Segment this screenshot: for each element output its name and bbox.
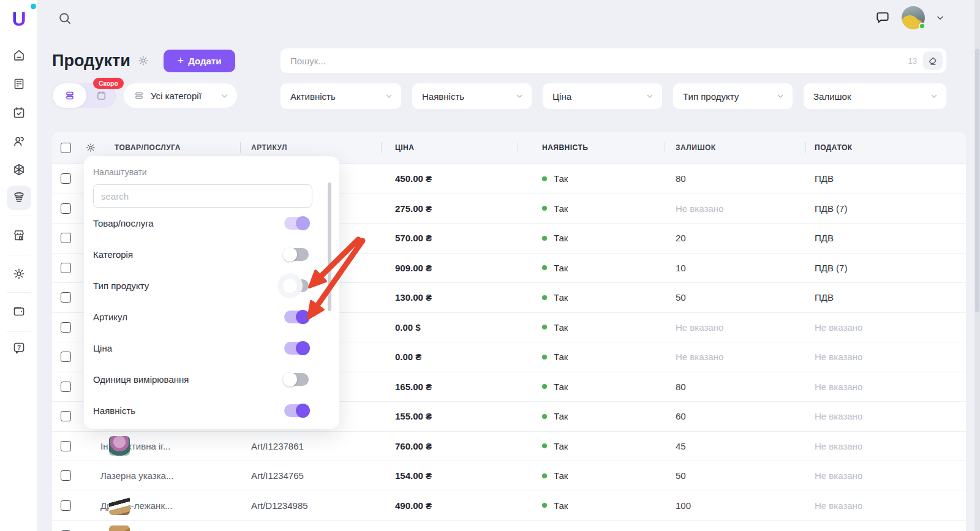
rows-view-icon — [63, 89, 77, 102]
popup-title: Налаштувати — [93, 167, 330, 177]
chat-button[interactable] — [875, 10, 891, 26]
app-logo[interactable]: U — [7, 7, 31, 31]
chevron-down-icon — [221, 92, 228, 100]
sku-cell: Art/I1237861 — [240, 441, 381, 451]
stock-cell: 50 — [665, 292, 805, 303]
toggle-product-type-column[interactable] — [284, 279, 309, 292]
filter-price[interactable]: Ціна — [543, 83, 662, 109]
page-settings-button[interactable] — [137, 55, 149, 67]
sidebar-item-services[interactable] — [7, 157, 31, 182]
select-all-checkbox[interactable] — [61, 143, 71, 153]
sidebar-item-store[interactable] — [7, 223, 31, 247]
product-image — [109, 495, 130, 515]
account-menu-chevron[interactable] — [936, 13, 944, 22]
list-view-button[interactable] — [53, 83, 86, 108]
row-checkbox[interactable] — [61, 233, 71, 243]
clear-search-button[interactable] — [923, 51, 943, 70]
toggle-product-column[interactable] — [284, 217, 309, 230]
toggle-price-column[interactable] — [284, 342, 309, 355]
row-checkbox[interactable] — [61, 352, 71, 362]
store-icon — [12, 228, 26, 243]
filter-availability[interactable]: Наявність — [412, 83, 532, 109]
filter-activity[interactable]: Активність — [281, 83, 401, 109]
sku-cell: Art/D1234985 — [240, 500, 381, 511]
global-search-button[interactable] — [58, 11, 72, 26]
row-checkbox[interactable] — [61, 203, 71, 214]
toggle-category-column[interactable] — [284, 248, 309, 261]
availability-dot — [542, 414, 547, 419]
price-cell: 0.00 ₴ — [381, 352, 518, 362]
row-checkbox[interactable] — [61, 470, 71, 481]
sidebar-item-clients[interactable] — [7, 129, 31, 154]
price-cell: 909.00 ₴ — [381, 263, 518, 273]
stock-cell: 45 — [665, 441, 805, 451]
column-settings-popup: Налаштувати Товар/послуга Категорія Тип … — [84, 156, 339, 429]
magnifier-icon — [58, 11, 72, 26]
filter-product-type[interactable]: Тип продукту — [673, 83, 793, 109]
products-stack-icon — [12, 190, 26, 205]
sidebar-item-calendar[interactable] — [7, 100, 31, 125]
search-count: 13 — [908, 56, 917, 66]
scrollbar-thumb[interactable] — [975, 49, 979, 312]
row-checkbox[interactable] — [61, 292, 71, 303]
product-search: 13 — [281, 48, 946, 73]
add-product-button[interactable]: + Додати — [164, 50, 235, 72]
chat-bubble-icon — [875, 10, 891, 26]
row-checkbox[interactable] — [61, 382, 71, 392]
stock-cell: 50 — [665, 470, 805, 481]
settings-gear-icon — [12, 266, 26, 281]
toggle-unit-column[interactable] — [284, 373, 309, 386]
category-select-value: Усі категорії — [151, 91, 221, 101]
filter-stock[interactable]: Залишок — [804, 83, 946, 109]
popup-search-input[interactable] — [93, 184, 312, 208]
row-checkbox[interactable] — [61, 263, 71, 273]
toggle-availability-column[interactable] — [284, 404, 309, 417]
chevron-down-icon — [777, 92, 784, 100]
col-stock[interactable]: ЗАЛИШОК — [665, 143, 805, 152]
window-scrollbar[interactable] — [974, 0, 980, 531]
sidebar-item-home[interactable] — [7, 43, 31, 67]
table-row: Дряпка-лежанк... Art/D1234985 490.00 ₴ Т… — [52, 491, 966, 521]
eraser-icon — [928, 56, 938, 66]
tax-cell: Не вказано — [805, 411, 966, 421]
sidebar-item-wallet[interactable] — [7, 299, 31, 323]
col-tax[interactable]: ПОДАТОК — [805, 143, 966, 152]
row-checkbox[interactable] — [61, 500, 71, 511]
category-select[interactable]: Усі категорії — [124, 83, 237, 108]
sidebar-divider — [7, 331, 31, 332]
availability-label: Так — [554, 500, 568, 511]
availability-dot — [542, 236, 547, 241]
sidebar-item-settings[interactable] — [7, 262, 31, 286]
sidebar-item-products[interactable] — [7, 186, 31, 210]
availability-label: Так — [554, 292, 568, 303]
col-sku[interactable]: АРТИКУЛ — [240, 143, 381, 152]
logo-dot — [31, 4, 36, 9]
sidebar-divider — [7, 216, 31, 216]
popup-scrollbar[interactable] — [328, 183, 331, 311]
row-checkbox[interactable] — [61, 322, 71, 333]
table-row — [52, 521, 966, 531]
sidebar: U ? — [0, 0, 38, 531]
col-product[interactable]: ТОВАР/ПОСЛУГА — [115, 143, 181, 152]
availability-dot — [542, 206, 547, 211]
availability-dot — [542, 443, 547, 448]
calendar-view-icon — [95, 89, 108, 102]
online-status-dot — [919, 23, 925, 29]
sidebar-item-records[interactable] — [7, 72, 31, 96]
availability-dot — [542, 503, 547, 508]
user-avatar[interactable] — [902, 6, 925, 29]
row-checkbox[interactable] — [61, 411, 71, 421]
sidebar-item-help[interactable]: ? — [7, 336, 31, 360]
option-label: Наявність — [93, 405, 135, 416]
toggle-sku-column[interactable] — [284, 311, 309, 323]
row-checkbox[interactable] — [61, 441, 71, 451]
chevron-down-icon — [936, 13, 944, 22]
row-checkbox[interactable] — [61, 173, 71, 184]
price-cell: 275.00 ₴ — [381, 203, 518, 214]
column-settings-button[interactable] — [85, 142, 96, 153]
search-input[interactable] — [290, 56, 908, 66]
col-availability[interactable]: НАЯВНІСТЬ — [518, 143, 665, 152]
records-icon — [12, 77, 26, 91]
col-price[interactable]: ЦІНА — [381, 143, 518, 152]
price-cell: 760.00 ₴ — [381, 441, 518, 451]
